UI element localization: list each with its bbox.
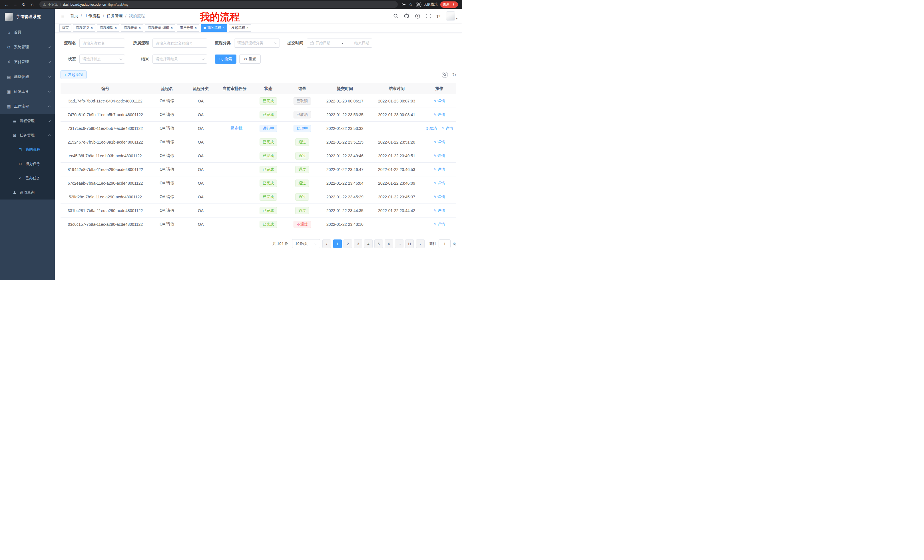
close-icon[interactable]: × bbox=[195, 26, 197, 30]
help-icon[interactable]: ? bbox=[415, 13, 420, 19]
tab-user-group[interactable]: 用户分组 × bbox=[177, 24, 199, 32]
page-jump-input[interactable] bbox=[439, 240, 451, 248]
sidebar-item-devtools[interactable]: ▣ 研发工具 bbox=[0, 84, 55, 99]
table-row: 331bc281-7b9a-11ec-a290-acde48001122 OA … bbox=[60, 204, 456, 217]
page-button[interactable]: 1 bbox=[333, 240, 342, 248]
sidebar-item-done-tasks[interactable]: ✓ 已办任务 bbox=[0, 171, 55, 185]
sidebar-toggle-icon[interactable]: ≡ bbox=[59, 13, 66, 19]
show-search-icon[interactable] bbox=[441, 71, 448, 78]
task-link[interactable]: 一级审批 bbox=[226, 126, 242, 130]
browser-back-button[interactable]: ← bbox=[3, 1, 10, 8]
column-header: 流程分类 bbox=[184, 83, 218, 94]
tab-process-model[interactable]: 流程模型 × bbox=[97, 24, 119, 32]
result-badge: 通过 bbox=[295, 138, 309, 146]
cell-end-time: 2022-01-23 00:07:03 bbox=[370, 94, 422, 108]
browser-reload-button[interactable]: ↻ bbox=[20, 1, 27, 8]
edit-icon: ✎ bbox=[434, 195, 436, 199]
browser-forward-button[interactable]: → bbox=[11, 1, 19, 8]
prev-page-button[interactable]: ‹ bbox=[322, 240, 331, 248]
sidebar-item-task-management[interactable]: ⊟ 任务管理 bbox=[0, 128, 55, 142]
chevron-icon bbox=[48, 60, 51, 63]
page-button[interactable]: 6 bbox=[385, 240, 393, 248]
sidebar-item-my-process[interactable]: ⊡ 我的流程 bbox=[0, 142, 55, 157]
sidebar-item-infrastructure[interactable]: ▤ 基础设施 bbox=[0, 69, 55, 84]
sidebar-item-workflow[interactable]: ▦ 工作流程 bbox=[0, 99, 55, 114]
search-button[interactable]: 搜索 bbox=[215, 54, 236, 64]
cell-id: 67c2eaab-7b9a-11ec-a290-acde48001122 bbox=[60, 177, 150, 190]
process-name-input[interactable] bbox=[80, 39, 125, 48]
status-select[interactable]: 请选择状态 bbox=[80, 54, 125, 64]
next-page-button[interactable]: › bbox=[416, 240, 424, 248]
key-icon[interactable] bbox=[401, 2, 406, 7]
close-icon[interactable]: × bbox=[171, 26, 173, 30]
cancel-action[interactable]: ⊘取消 bbox=[426, 126, 437, 130]
detail-action[interactable]: ✎详情 bbox=[442, 126, 453, 130]
cell-id: 03c6c157-7b9a-11ec-a290-acde48001122 bbox=[60, 217, 150, 231]
breadcrumb-item[interactable]: 任务管理 bbox=[106, 13, 123, 18]
detail-action[interactable]: ✎详情 bbox=[434, 181, 445, 185]
detail-action[interactable]: ✎详情 bbox=[434, 154, 445, 158]
reset-button[interactable]: ↻ 重置 bbox=[239, 54, 261, 64]
page-button[interactable]: 2 bbox=[344, 240, 352, 248]
cell-end-time: 2022-01-22 23:51:20 bbox=[370, 135, 422, 149]
sidebar-item-leave-query[interactable]: ♟ 请假查询 bbox=[0, 185, 55, 199]
detail-action[interactable]: ✎详情 bbox=[434, 208, 445, 213]
detail-action[interactable]: ✎详情 bbox=[434, 99, 445, 103]
cell-result: 通过 bbox=[285, 149, 319, 163]
sidebar-item-todo-tasks[interactable]: ⊙ 待办任务 bbox=[0, 157, 55, 171]
cell-id: 52ffd28e-7b9a-11ec-a290-acde48001122 bbox=[60, 190, 150, 204]
tab-label: 发起流程 bbox=[231, 25, 245, 30]
sidebar-item-system-management[interactable]: ⚙ 系统管理 bbox=[0, 40, 55, 54]
close-icon[interactable]: × bbox=[115, 26, 117, 30]
user-menu[interactable]: ▾ bbox=[446, 11, 458, 21]
cell-end-time: 2022-01-22 23:44:42 bbox=[370, 204, 422, 217]
cell-result: 不通过 bbox=[285, 217, 319, 231]
detail-action[interactable]: ✎详情 bbox=[434, 222, 445, 226]
search-icon[interactable] bbox=[393, 13, 398, 18]
tab-home[interactable]: 首页 bbox=[59, 24, 71, 32]
close-icon[interactable]: × bbox=[246, 26, 248, 30]
page-button[interactable]: 4 bbox=[364, 240, 373, 248]
update-button[interactable]: 更新 ⋮ bbox=[440, 1, 458, 8]
detail-action[interactable]: ✎详情 bbox=[434, 195, 445, 199]
close-icon[interactable]: × bbox=[139, 26, 141, 30]
sidebar-item-payment-management[interactable]: ¥ 支付管理 bbox=[0, 54, 55, 69]
submit-time-range-picker[interactable]: 开始日期 - 结束日期 bbox=[307, 39, 372, 48]
bookmark-star-icon[interactable]: ☆ bbox=[409, 2, 412, 7]
detail-action[interactable]: ✎详情 bbox=[434, 167, 445, 172]
tab-process-definition[interactable]: 流程定义 × bbox=[73, 24, 95, 32]
category-select[interactable]: 请选择流程分类 bbox=[234, 39, 280, 48]
page-button[interactable]: 5 bbox=[374, 240, 383, 248]
browser-home-button[interactable]: ⌂ bbox=[28, 1, 36, 8]
refresh-table-icon[interactable]: ↻ bbox=[452, 72, 456, 78]
detail-action[interactable]: ✎详情 bbox=[434, 140, 445, 144]
breadcrumb-item[interactable]: 首页 bbox=[70, 13, 78, 18]
browser-menu-icon[interactable]: ⋮ bbox=[452, 2, 455, 7]
sidebar-item-process-management[interactable]: ≣ 流程管理 bbox=[0, 114, 55, 128]
sidebar-item-home[interactable]: ⌂ 首页 bbox=[0, 25, 55, 40]
address-bar[interactable]: ⚠ 不安全 | dashboard.yudao.iocoder.cn/bpm/t… bbox=[39, 1, 398, 8]
tab-process-form-edit[interactable]: 流程表单-编辑 × bbox=[145, 24, 176, 32]
tab-start-process[interactable]: 发起流程 × bbox=[229, 24, 251, 32]
tab-process-form[interactable]: 流程表单 × bbox=[121, 24, 143, 32]
page-button[interactable]: ··· bbox=[395, 240, 404, 248]
page-button[interactable]: 11 bbox=[405, 240, 414, 248]
github-icon[interactable] bbox=[404, 13, 410, 19]
cell-end-time: 2022-01-22 23:46:53 bbox=[370, 163, 422, 177]
app-logo[interactable]: 芋道管理系统 bbox=[0, 9, 55, 25]
cell-category: OA bbox=[184, 121, 218, 135]
process-definition-input[interactable] bbox=[153, 39, 207, 48]
font-size-icon[interactable]: TT bbox=[436, 14, 441, 18]
tab-my-process[interactable]: 我的流程 × bbox=[201, 24, 227, 32]
close-icon[interactable]: × bbox=[222, 26, 224, 30]
start-process-button[interactable]: + 发起流程 bbox=[60, 70, 87, 79]
close-icon[interactable]: × bbox=[91, 26, 93, 30]
result-select[interactable]: 请选择流结果 bbox=[153, 54, 207, 64]
sidebar: 芋道管理系统 ⌂ 首页 ⚙ 系统管理 bbox=[0, 9, 55, 280]
page-size-select[interactable]: 10条/页 bbox=[292, 239, 320, 248]
cell-end-time: 2022-01-22 23:49:51 bbox=[370, 149, 422, 163]
breadcrumb-item[interactable]: 工作流程 bbox=[84, 13, 100, 18]
page-button[interactable]: 3 bbox=[354, 240, 362, 248]
detail-action[interactable]: ✎详情 bbox=[434, 112, 445, 117]
fullscreen-icon[interactable] bbox=[426, 13, 431, 18]
